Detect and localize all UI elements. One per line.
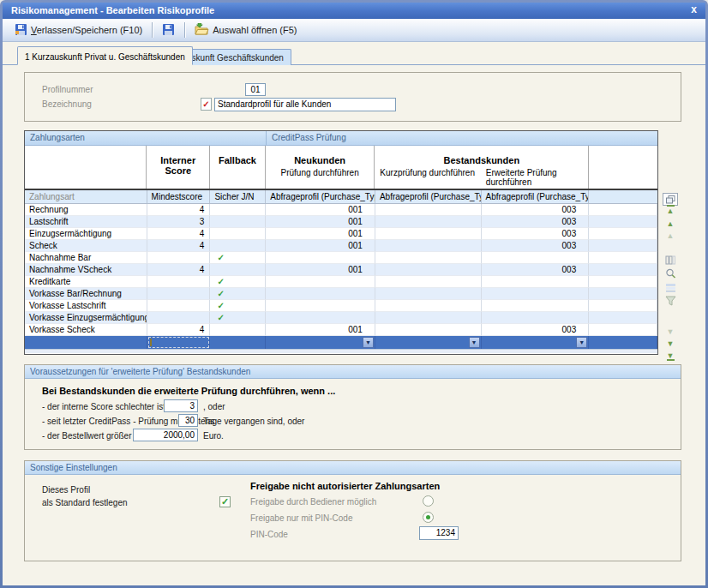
grid-cell[interactable]: Einzugsermächtigung — [25, 228, 147, 240]
grid-cell[interactable] — [589, 264, 657, 276]
grid-cell[interactable]: Kreditkarte — [25, 276, 147, 288]
save-exit-button[interactable]: Verlassen/Speichern (F10) — [9, 21, 147, 39]
days-input[interactable]: 30 — [178, 414, 198, 427]
grid-cell[interactable] — [266, 288, 375, 300]
grid-cell[interactable] — [589, 312, 657, 324]
col-mindestscore[interactable]: Mindestscore — [147, 190, 211, 203]
grid-cell[interactable] — [25, 336, 147, 349]
grid-cell[interactable] — [266, 300, 375, 312]
col-abfrageprofil-erw[interactable]: Abfrageprofil (Purchase_Type) — [482, 190, 590, 203]
grid-cell[interactable]: Vorkasse Einzugsermächtigung — [25, 312, 147, 324]
grid-cell[interactable]: Scheck — [25, 240, 147, 252]
grid-cell[interactable]: Nachnahme VScheck — [25, 264, 147, 276]
grid-cell[interactable]: 001 — [266, 228, 375, 240]
score-threshold-input[interactable]: 3 — [164, 399, 198, 412]
grid-cell[interactable]: 003 — [482, 228, 590, 240]
grid-cell[interactable]: ▼ — [266, 336, 375, 349]
close-button[interactable]: x — [691, 3, 697, 17]
grid-cell[interactable] — [589, 276, 657, 288]
grid-new-row[interactable]: ▼ ▼ ▼ — [25, 336, 657, 349]
grid-cell[interactable]: 003 — [482, 204, 590, 216]
grid-cell[interactable] — [589, 288, 657, 300]
next-row-icon[interactable]: ▼ — [663, 327, 678, 338]
grid-cell[interactable]: 4 — [147, 240, 211, 252]
summary-icon[interactable] — [663, 283, 678, 294]
grid-cell[interactable]: ✓ — [210, 288, 266, 300]
table-row[interactable]: Nachnahme VScheck4001003 — [25, 264, 657, 276]
grid-cell[interactable] — [266, 312, 375, 324]
bediener-radio[interactable] — [423, 495, 434, 507]
bezeichnung-input[interactable]: Standardprofil für alle Kunden — [214, 98, 396, 111]
grid-cell[interactable]: ▼ — [375, 336, 482, 349]
grid-cell[interactable]: 001 — [266, 324, 375, 336]
page-up-icon[interactable]: ▲ — [663, 219, 678, 230]
grid-cell[interactable] — [589, 324, 657, 336]
grid-cell[interactable] — [210, 228, 266, 240]
grid-cell[interactable] — [375, 240, 482, 252]
dropdown-button[interactable]: ▼ — [469, 337, 480, 348]
grid-cell[interactable] — [482, 252, 590, 264]
grid-cell[interactable] — [210, 264, 266, 276]
col-abfrageprofil-neu[interactable]: Abfrageprofil (Purchase_Type) — [266, 190, 375, 203]
table-row[interactable]: Rechnung4001003 — [25, 204, 657, 216]
grid-cell[interactable] — [210, 324, 266, 336]
grid-cell[interactable] — [482, 300, 590, 312]
grid-cell[interactable] — [147, 300, 211, 312]
grid-cell[interactable] — [482, 312, 590, 324]
grid-cell[interactable] — [210, 204, 266, 216]
dropdown-button[interactable]: ▼ — [363, 337, 374, 348]
grid-cell[interactable] — [375, 252, 482, 264]
grid-cell[interactable] — [589, 204, 657, 216]
grid-cell[interactable] — [482, 276, 590, 288]
grid-cell[interactable] — [482, 288, 590, 300]
columns-icon[interactable] — [663, 255, 678, 267]
grid-cell[interactable]: 003 — [482, 216, 590, 228]
grid-cell[interactable]: 3 — [147, 216, 211, 228]
grid-cell[interactable] — [589, 216, 657, 228]
table-row[interactable]: Einzugsermächtigung4001003 — [25, 228, 657, 240]
table-row[interactable]: Vorkasse Bar/Rechnung✓ — [25, 288, 657, 300]
grid-cell[interactable]: 4 — [147, 324, 211, 336]
pin-input[interactable]: 1234 — [419, 526, 459, 540]
grid-cell[interactable] — [147, 312, 211, 324]
col-zahlungsart[interactable]: Zahlungsart — [25, 190, 147, 203]
grid-cell[interactable] — [375, 228, 482, 240]
grid-edit-cell[interactable] — [147, 336, 211, 349]
dropdown-button[interactable]: ▼ — [576, 337, 587, 348]
tab-kurzauskunft[interactable]: 1 Kurzauskunft Privat u. Geschäftskunden — [17, 46, 193, 65]
grid-cell[interactable] — [210, 336, 266, 349]
grid-cell[interactable]: Vorkasse Lastschrift — [25, 300, 147, 312]
table-row[interactable]: Lastschrift3001003 — [25, 216, 657, 228]
grid-cell[interactable] — [375, 312, 482, 324]
prev-row-icon[interactable]: ▲ — [663, 231, 678, 242]
grid-cell[interactable] — [147, 252, 211, 264]
grid-cell[interactable]: 4 — [147, 264, 211, 276]
grid-cell[interactable] — [210, 240, 266, 252]
grid-cell[interactable]: 003 — [482, 264, 590, 276]
profilnummer-input[interactable]: 01 — [245, 83, 266, 96]
grid-cell[interactable]: ✓ — [210, 300, 266, 312]
open-selection-button[interactable]: Auswahl öffnen (F5) — [189, 21, 302, 39]
grid-cell[interactable]: 003 — [482, 240, 590, 252]
grid-cell[interactable] — [266, 252, 375, 264]
grid-cell[interactable] — [589, 252, 657, 264]
grid-cell[interactable] — [147, 276, 211, 288]
grid-cell[interactable]: ✓ — [210, 252, 266, 264]
grid-cell[interactable] — [375, 300, 482, 312]
first-row-icon[interactable]: ▲ — [663, 205, 678, 216]
grid-cell[interactable]: Lastschrift — [25, 216, 147, 228]
table-row[interactable]: Vorkasse Lastschrift✓ — [25, 300, 657, 312]
col-abfrageprofil-kurz[interactable]: Abfrageprofil (Purchase_Type) — [375, 190, 482, 203]
grid-cell[interactable]: Vorkasse Scheck — [25, 324, 147, 336]
grid-cell[interactable]: Rechnung — [25, 204, 147, 216]
order-value-input[interactable]: 2000,00 — [133, 429, 198, 441]
last-row-icon[interactable]: ▼ — [663, 351, 678, 362]
grid-cell[interactable]: 4 — [147, 204, 211, 216]
grid-cell[interactable] — [375, 264, 482, 276]
table-row[interactable]: Kreditkarte✓ — [25, 276, 657, 288]
grid-cell[interactable] — [375, 216, 482, 228]
grid-cell[interactable]: 001 — [266, 240, 375, 252]
grid-cell[interactable] — [589, 240, 657, 252]
table-row[interactable]: Vorkasse Scheck4001003 — [25, 324, 657, 336]
grid-cell[interactable]: ✓ — [210, 312, 266, 324]
